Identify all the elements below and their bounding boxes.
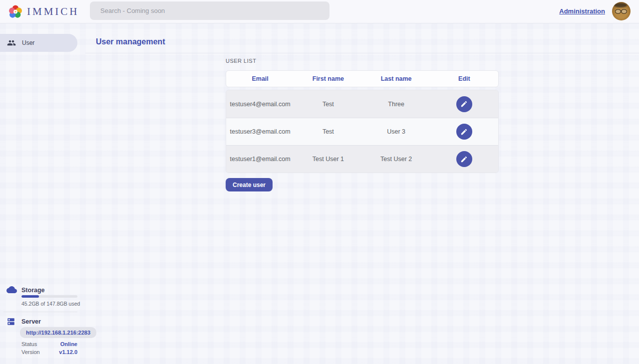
edit-user-button[interactable] [456, 96, 472, 112]
column-header-edit: Edit [430, 75, 498, 82]
user-email: testuser1@email.com [226, 156, 294, 163]
column-header-first-name: First name [294, 75, 362, 82]
server-version-row: Version v1.12.0 [21, 349, 77, 355]
status-label: Status [21, 341, 37, 347]
search-input[interactable] [90, 1, 329, 20]
column-header-email: Email [226, 75, 294, 82]
logo-wordmark: IMMICH [27, 5, 79, 18]
version-value: v1.12.0 [59, 349, 77, 355]
panel-divider [3, 312, 77, 312]
pencil-icon [460, 128, 468, 136]
table-row: testuser4@email.com Test Three [226, 90, 498, 118]
user-last-name: Three [362, 101, 430, 108]
storage-progress-fill [21, 295, 39, 298]
storage-usage-text: 45.2GB of 147.8GB used [21, 301, 80, 307]
user-table-header: Email First name Last name Edit [226, 70, 499, 87]
user-first-name: Test [294, 128, 362, 135]
user-avatar[interactable] [612, 2, 631, 20]
immich-flower-icon [8, 4, 23, 19]
edit-user-button[interactable] [456, 151, 472, 167]
user-table: testuser4@email.com Test Three testuser3… [226, 90, 499, 173]
storage-progress-bar [21, 295, 77, 298]
pencil-icon [460, 156, 468, 163]
user-email: testuser3@email.com [226, 128, 294, 135]
user-first-name: Test User 1 [294, 156, 362, 163]
sidebar-item-user[interactable]: User [0, 34, 77, 52]
user-last-name: Test User 2 [362, 156, 430, 163]
pencil-icon [460, 100, 468, 108]
logo: IMMICH [8, 4, 79, 19]
administration-link[interactable]: Administration [559, 7, 605, 15]
user-last-name: User 3 [362, 128, 430, 135]
users-group-icon [7, 38, 16, 47]
app-header: IMMICH Administration [0, 0, 639, 23]
dns-icon [6, 317, 15, 328]
page-title: User management [96, 37, 165, 46]
table-row: testuser3@email.com Test User 3 [226, 118, 498, 145]
user-email: testuser4@email.com [226, 101, 294, 108]
server-url-badge: http://192.168.1.216:2283 [20, 327, 96, 338]
table-row: testuser1@email.com Test User 1 Test Use… [226, 145, 498, 173]
status-value: Online [60, 341, 77, 347]
server-title: Server [21, 318, 41, 325]
sidebar-item-label: User [22, 39, 34, 46]
storage-title: Storage [21, 287, 45, 294]
user-first-name: Test [294, 101, 362, 108]
column-header-last-name: Last name [362, 75, 430, 82]
version-label: Version [21, 349, 40, 355]
cloud-icon [6, 286, 17, 295]
create-user-button[interactable]: Create user [226, 178, 273, 191]
edit-user-button[interactable] [456, 124, 472, 140]
user-list-label: USER LIST [226, 58, 256, 64]
server-status-row: Status Online [21, 341, 77, 347]
title-divider [85, 53, 639, 53]
